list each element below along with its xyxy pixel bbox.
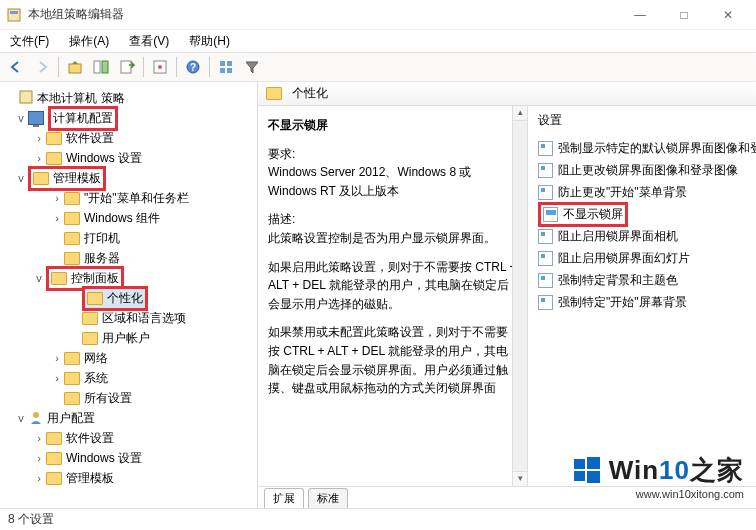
setting-label: 阻止更改锁屏界面图像和登录图像 — [558, 162, 738, 179]
up-button[interactable] — [63, 55, 87, 79]
filter-button[interactable] — [240, 55, 264, 79]
close-button[interactable]: ✕ — [706, 1, 750, 29]
tree-user-accounts[interactable]: ›用户帐户 — [4, 328, 253, 348]
tree-win-components[interactable]: ›Windows 组件 — [4, 208, 253, 228]
svg-rect-10 — [220, 61, 225, 66]
desc-label: 描述: — [268, 212, 295, 226]
tree-label: 所有设置 — [84, 390, 132, 407]
req-text: Windows Server 2012、Windows 8 或 Windows … — [268, 165, 471, 198]
tree-all-settings[interactable]: ›所有设置 — [4, 388, 253, 408]
tree-printers[interactable]: ›打印机 — [4, 228, 253, 248]
scrollbar[interactable]: ▴▾ — [512, 106, 527, 486]
tree-personalization[interactable]: ›个性化 — [4, 288, 253, 308]
detail-header: 个性化 — [258, 82, 756, 106]
view-filter-button[interactable] — [214, 55, 238, 79]
tree-server[interactable]: ›服务器 — [4, 248, 253, 268]
tree-network[interactable]: ›网络 — [4, 348, 253, 368]
svg-point-15 — [33, 412, 39, 418]
tree-label: 管理模板 — [53, 170, 101, 187]
setting-item[interactable]: 阻止启用锁屏界面幻灯片 — [538, 247, 750, 269]
detail-description: 不显示锁屏 要求:Windows Server 2012、Windows 8 或… — [258, 106, 528, 486]
setting-label: 强制特定"开始"屏幕背景 — [558, 294, 687, 311]
tree-label: 网络 — [84, 350, 108, 367]
tree-start-taskbar[interactable]: ›"开始"菜单和任务栏 — [4, 188, 253, 208]
toolbar: ? — [0, 52, 756, 82]
setting-item[interactable]: 强制显示特定的默认锁屏界面图像和登录图像 — [538, 137, 750, 159]
menu-help[interactable]: 帮助(H) — [183, 31, 236, 52]
tree-admin-templates[interactable]: v管理模板 — [4, 168, 253, 188]
tree-label: 系统 — [84, 370, 108, 387]
back-button[interactable] — [4, 55, 28, 79]
folder-icon — [64, 192, 80, 205]
svg-rect-11 — [227, 61, 232, 66]
minimize-button[interactable]: — — [618, 1, 662, 29]
svg-point-7 — [158, 65, 162, 69]
show-hide-tree-button[interactable] — [89, 55, 113, 79]
folder-icon — [46, 432, 62, 445]
tree-label: 用户配置 — [47, 410, 95, 427]
menu-action[interactable]: 操作(A) — [63, 31, 115, 52]
computer-icon — [28, 111, 44, 125]
tree-computer-cfg[interactable]: v计算机配置 — [4, 108, 253, 128]
tab-extended[interactable]: 扩展 — [264, 488, 304, 508]
tree-soft-settings[interactable]: ›软件设置 — [4, 128, 253, 148]
scroll-down-button[interactable]: ▾ — [513, 471, 527, 486]
watermark: Win10之家 www.win10xitong.com — [574, 453, 744, 500]
svg-rect-17 — [587, 457, 600, 469]
folder-icon — [266, 87, 282, 100]
policy-icon — [543, 207, 558, 222]
tree-label: 区域和语言选项 — [102, 310, 186, 327]
setting-label: 强制特定背景和主题色 — [558, 272, 678, 289]
desc-p1: 如果启用此策略设置，则对于不需要按 CTRL + ALT + DEL 就能登录的… — [268, 258, 519, 314]
tree-u-win[interactable]: ›Windows 设置 — [4, 448, 253, 468]
folder-icon — [46, 452, 62, 465]
folder-icon — [82, 312, 98, 325]
help-button[interactable]: ? — [181, 55, 205, 79]
tree-pane: ▸ 本地计算机 策略 v计算机配置 ›软件设置 ›Windows 设置 v管理模… — [0, 82, 258, 508]
desc-text: 此策略设置控制是否为用户显示锁屏界面。 — [268, 231, 496, 245]
export-button[interactable] — [115, 55, 139, 79]
forward-button[interactable] — [30, 55, 54, 79]
folder-icon — [64, 352, 80, 365]
setting-item[interactable]: 防止更改"开始"菜单背景 — [538, 181, 750, 203]
menu-view[interactable]: 查看(V) — [123, 31, 175, 52]
status-bar: 8 个设置 — [0, 508, 756, 530]
tree-root[interactable]: ▸ 本地计算机 策略 — [4, 88, 253, 108]
tree-label: Windows 组件 — [84, 210, 160, 227]
tree-user-cfg[interactable]: v 用户配置 — [4, 408, 253, 428]
settings-column-header[interactable]: 设置 — [538, 112, 750, 129]
tree-label: "开始"菜单和任务栏 — [84, 190, 189, 207]
watermark-url: www.win10xitong.com — [574, 488, 744, 500]
setting-item[interactable]: 强制特定背景和主题色 — [538, 269, 750, 291]
setting-label: 强制显示特定的默认锁屏界面图像和登录图像 — [558, 140, 756, 157]
tab-standard[interactable]: 标准 — [308, 488, 348, 508]
menu-bar: 文件(F) 操作(A) 查看(V) 帮助(H) — [0, 30, 756, 52]
folder-icon — [51, 272, 67, 285]
menu-file[interactable]: 文件(F) — [4, 31, 55, 52]
window-title: 本地组策略编辑器 — [28, 6, 618, 23]
svg-rect-18 — [574, 471, 585, 481]
folder-icon — [33, 172, 49, 185]
setting-label: 防止更改"开始"菜单背景 — [558, 184, 687, 201]
tree-label: 管理模板 — [66, 470, 114, 487]
setting-item[interactable]: 阻止启用锁屏界面相机 — [538, 225, 750, 247]
tree-u-soft[interactable]: ›软件设置 — [4, 428, 253, 448]
folder-icon — [82, 332, 98, 345]
tree-computer-cfg-label: 计算机配置 — [48, 106, 118, 131]
setting-item[interactable]: 阻止更改锁屏界面图像和登录图像 — [538, 159, 750, 181]
maximize-button[interactable]: □ — [662, 1, 706, 29]
detail-header-label: 个性化 — [292, 85, 328, 102]
scroll-up-button[interactable]: ▴ — [513, 106, 527, 121]
setting-label: 阻止启用锁屏界面幻灯片 — [558, 250, 690, 267]
folder-icon — [64, 392, 80, 405]
policy-icon — [538, 229, 553, 244]
properties-button[interactable] — [148, 55, 172, 79]
setting-item[interactable]: 强制特定"开始"屏幕背景 — [538, 291, 750, 313]
policy-title: 不显示锁屏 — [268, 116, 519, 135]
tree-u-admin[interactable]: ›管理模板 — [4, 468, 253, 488]
tree-label: 个性化 — [107, 290, 143, 307]
tree-label: 软件设置 — [66, 430, 114, 447]
tree-region-lang[interactable]: ›区域和语言选项 — [4, 308, 253, 328]
setting-item-selected[interactable]: 不显示锁屏 — [538, 203, 750, 225]
tree-system[interactable]: ›系统 — [4, 368, 253, 388]
